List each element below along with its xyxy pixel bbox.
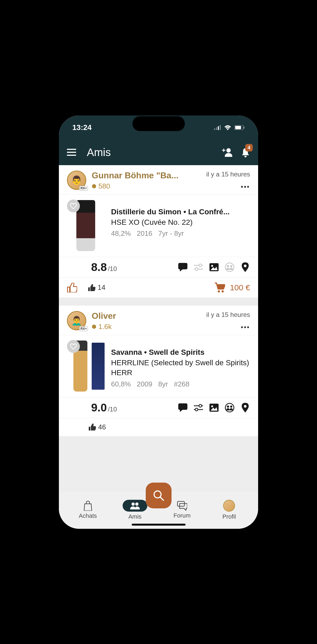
svg-point-32: [211, 405, 213, 407]
avatar-badge: RX+: [79, 326, 88, 331]
bottom-nav: Achats Amis Forum Profil: [59, 491, 258, 529]
like-count[interactable]: 14: [88, 283, 105, 292]
post-timestamp: il y a 15 heures: [206, 171, 250, 178]
svg-point-23: [244, 265, 247, 267]
svg-point-25: [222, 290, 224, 292]
svg-point-35: [230, 406, 232, 408]
more-options-button[interactable]: •••: [241, 183, 250, 190]
heart-icon: [70, 203, 77, 209]
svg-rect-3: [220, 125, 221, 130]
svg-point-20: [225, 263, 234, 272]
svg-rect-1: [216, 127, 217, 130]
battery-icon: [234, 125, 245, 130]
feed-post: 👨‍🦱 RX+ Oliver ⬢ 1.6k il y a 15 heures •…: [59, 306, 258, 436]
signal-icon: [214, 125, 221, 130]
like-button[interactable]: [67, 283, 77, 292]
svg-line-38: [160, 497, 163, 500]
sliders-icon[interactable]: [194, 403, 203, 413]
svg-point-22: [230, 265, 232, 267]
status-time: 13:24: [72, 123, 92, 132]
nav-achats[interactable]: Achats: [73, 501, 103, 519]
svg-rect-8: [67, 152, 76, 153]
svg-point-36: [244, 405, 247, 408]
svg-rect-26: [178, 403, 187, 410]
search-fab[interactable]: [146, 483, 172, 508]
favorite-button[interactable]: [67, 200, 80, 212]
svg-point-28: [199, 404, 202, 407]
feed-post: 👨 RX+ Gunnar Böhme "Ba... ⬢ 580 il y a 1…: [59, 165, 258, 298]
page-title: Amis: [87, 146, 211, 158]
comment-icon[interactable]: [178, 403, 188, 413]
shopping-bag-icon: [83, 501, 92, 511]
nav-forum[interactable]: Forum: [167, 501, 197, 519]
price: 100 €: [230, 283, 250, 292]
svg-point-39: [131, 502, 135, 506]
like-count[interactable]: 46: [88, 423, 106, 431]
menu-icon[interactable]: [67, 149, 76, 156]
bottle-score-icon: ⬢: [92, 183, 96, 189]
group-icon[interactable]: [225, 403, 234, 413]
svg-point-24: [218, 290, 220, 292]
svg-rect-2: [218, 126, 219, 130]
svg-point-15: [199, 264, 202, 267]
favorite-button[interactable]: [67, 340, 80, 353]
svg-rect-12: [223, 149, 224, 152]
feed-content[interactable]: 👨 RX+ Gunnar Böhme "Ba... ⬢ 580 il y a 1…: [59, 165, 258, 491]
search-icon: [153, 490, 165, 501]
group-icon[interactable]: [225, 262, 234, 272]
app-header: Amis 4: [59, 140, 258, 165]
bottle-score-icon: ⬢: [92, 323, 96, 330]
product-subtitle: HSE XO (Cuvée No. 22): [111, 217, 250, 227]
svg-rect-5: [235, 126, 241, 129]
svg-rect-9: [67, 155, 76, 156]
notifications-button[interactable]: 4: [241, 147, 250, 157]
svg-rect-0: [214, 128, 215, 130]
friends-icon: [130, 502, 140, 509]
svg-point-21: [227, 265, 229, 267]
svg-rect-7: [67, 149, 76, 150]
wifi-icon: [224, 125, 231, 130]
nav-amis[interactable]: Amis: [120, 500, 150, 520]
user-name[interactable]: Oliver: [92, 311, 201, 321]
user-name[interactable]: Gunnar Böhme "Ba...: [92, 171, 201, 180]
svg-point-40: [135, 502, 138, 506]
sliders-icon[interactable]: [194, 262, 203, 272]
thumb-icon: [88, 424, 96, 430]
image-icon[interactable]: [209, 403, 219, 413]
user-score: 580: [98, 182, 110, 190]
post-timestamp: il y a 15 heures: [206, 311, 250, 319]
comment-icon[interactable]: [178, 262, 188, 272]
location-icon[interactable]: [240, 262, 250, 272]
svg-point-19: [211, 265, 213, 267]
cart-icon: [214, 283, 225, 293]
buy-button[interactable]: 100 €: [214, 283, 250, 293]
nav-profil[interactable]: Profil: [214, 500, 244, 520]
product-title: Savanna • Swell de Spirits: [111, 348, 250, 357]
user-avatar[interactable]: 👨‍🦱 RX+: [67, 311, 86, 330]
profile-avatar-icon: [223, 500, 235, 512]
heart-icon: [70, 343, 77, 349]
product-card[interactable]: Distillerie du Simon • La Confré... HSE …: [59, 194, 258, 257]
notification-badge: 4: [245, 144, 253, 151]
product-subtitle: HERRLINE (Selected by Swell de Spirits) …: [111, 358, 250, 378]
svg-rect-13: [178, 263, 187, 269]
user-score: 1.6k: [98, 323, 112, 331]
thumb-icon: [88, 284, 95, 291]
product-details: 60,8% 2009 8yr #268: [111, 380, 250, 388]
user-avatar[interactable]: 👨 RX+: [67, 171, 86, 190]
svg-point-10: [226, 148, 231, 153]
location-icon[interactable]: [240, 403, 250, 413]
forum-icon: [177, 501, 187, 511]
rating: 8.8 /10: [91, 261, 117, 274]
box-image: [92, 343, 105, 390]
home-indicator[interactable]: [132, 524, 186, 526]
add-friend-icon[interactable]: [222, 148, 233, 157]
svg-rect-6: [244, 126, 244, 129]
product-card[interactable]: Savanna • Swell de Spirits HERRLINE (Sel…: [59, 335, 258, 397]
svg-point-30: [195, 408, 198, 411]
product-details: 48,2% 2016 7yr - 8yr: [111, 229, 250, 238]
svg-point-33: [225, 403, 234, 412]
svg-point-34: [227, 406, 229, 408]
image-icon[interactable]: [209, 262, 219, 272]
more-options-button[interactable]: •••: [241, 323, 250, 331]
